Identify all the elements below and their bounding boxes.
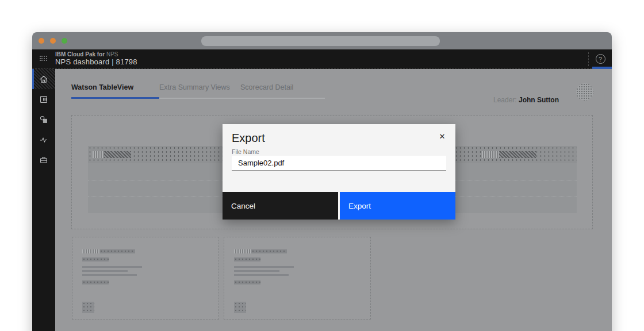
card-subtitle-skeleton xyxy=(82,257,109,261)
card-label-skeleton xyxy=(234,280,260,284)
sidebar-item-home[interactable] xyxy=(32,69,55,89)
tab-extra-summary-views[interactable]: Extra Summary Views xyxy=(159,83,240,99)
data-view-icon xyxy=(39,115,48,124)
file-name-input[interactable] xyxy=(232,156,446,171)
card-label-skeleton xyxy=(82,280,109,284)
cancel-button[interactable]: Cancel xyxy=(223,192,338,220)
close-window-button[interactable] xyxy=(39,38,44,44)
card-text-line-skeleton xyxy=(234,266,294,268)
traffic-lights xyxy=(39,38,67,44)
app-window: IBM Cloud Pak for NPS NPS dashboard | 81… xyxy=(32,32,612,331)
card-text-line-skeleton xyxy=(82,266,142,268)
tab-bar: Watson TableView Extra Summary Views Sco… xyxy=(71,83,325,99)
card-text-line-skeleton xyxy=(234,274,289,276)
header-right-actions: ? xyxy=(588,49,612,68)
sidebar-item-report[interactable] xyxy=(32,89,55,109)
card-text-line-skeleton xyxy=(82,274,137,276)
browser-titlebar xyxy=(32,32,612,49)
avatar xyxy=(576,83,593,101)
toolbox-icon xyxy=(39,155,48,164)
sidebar-item-toolbox[interactable] xyxy=(32,149,55,170)
left-nav xyxy=(32,69,55,331)
address-bar[interactable] xyxy=(201,36,440,46)
report-icon xyxy=(39,95,48,104)
help-icon: ? xyxy=(596,54,605,64)
product-subtitle: NPS dashboard | 81798 xyxy=(55,58,137,67)
product-brand-suffix: NPS xyxy=(105,51,118,57)
modal-actions: Cancel Export xyxy=(223,192,455,220)
header-cell-skeleton xyxy=(104,151,131,158)
zoom-window-button[interactable] xyxy=(62,38,67,44)
summary-card-skeleton xyxy=(224,237,371,320)
header-cell-skeleton xyxy=(499,151,536,158)
card-thumbnail-skeleton xyxy=(82,302,94,313)
help-button[interactable]: ? xyxy=(589,49,612,68)
app-switcher-icon xyxy=(40,56,48,62)
file-name-label: File Name xyxy=(232,148,259,155)
summary-card-skeleton xyxy=(72,237,219,320)
card-subtitle-skeleton xyxy=(234,257,260,261)
product-title-block: IBM Cloud Pak for NPS NPS dashboard | 81… xyxy=(55,51,137,66)
card-thumbnail-skeleton xyxy=(234,302,246,313)
export-button[interactable]: Export xyxy=(340,192,455,220)
sidebar-item-activity[interactable] xyxy=(32,129,55,149)
card-title-skeleton xyxy=(82,249,135,253)
export-modal: Export ✕ File Name Cancel Export xyxy=(223,124,455,220)
product-header: IBM Cloud Pak for NPS NPS dashboard | 81… xyxy=(32,49,612,69)
header-cell-skeleton xyxy=(93,151,103,158)
close-button[interactable]: ✕ xyxy=(436,130,448,143)
card-title-skeleton xyxy=(234,249,287,253)
leader-name: John Sutton xyxy=(519,96,559,104)
app-switcher-button[interactable] xyxy=(32,56,55,62)
sidebar-item-data-view[interactable] xyxy=(32,109,55,129)
card-text-line-skeleton xyxy=(82,270,128,272)
close-icon: ✕ xyxy=(439,132,446,141)
activity-icon xyxy=(39,135,48,144)
header-cell-skeleton xyxy=(482,151,499,158)
minimize-window-button[interactable] xyxy=(50,38,56,44)
card-text-line-skeleton xyxy=(234,270,279,272)
home-icon xyxy=(39,75,48,84)
leader-label: Leader: John Sutton xyxy=(493,96,559,104)
modal-title: Export xyxy=(232,132,265,145)
tab-watson-tableview[interactable]: Watson TableView xyxy=(71,83,159,99)
tab-scorecard-detail[interactable]: Scorecard Detail xyxy=(240,83,325,99)
